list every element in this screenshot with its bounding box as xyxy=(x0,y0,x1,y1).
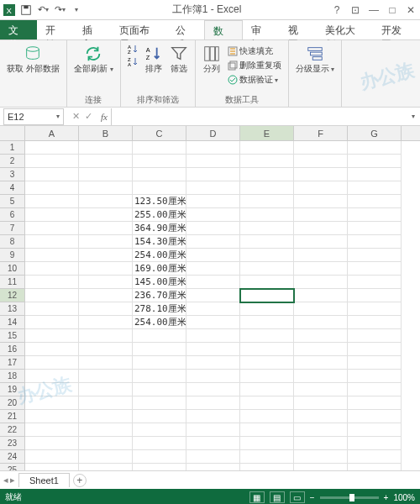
cell[interactable] xyxy=(79,249,133,262)
tab-insert[interactable]: 插入 xyxy=(74,20,111,39)
sheet-nav-prev-icon[interactable]: ◂ xyxy=(3,475,8,486)
cell[interactable] xyxy=(186,450,240,464)
cell[interactable] xyxy=(79,370,133,383)
cell[interactable] xyxy=(79,302,133,316)
grid-body[interactable]: 12345123.50厘米6255.00厘米7364.90厘米8154.30厘米… xyxy=(0,141,420,470)
cell[interactable] xyxy=(294,235,348,249)
cell[interactable] xyxy=(294,249,348,262)
sort-button[interactable]: AZ 排序 xyxy=(143,43,165,75)
cell[interactable] xyxy=(240,195,294,208)
cell[interactable] xyxy=(294,195,348,208)
row-header[interactable]: 12 xyxy=(0,289,25,302)
cell[interactable] xyxy=(348,249,402,262)
row-header[interactable]: 7 xyxy=(0,222,25,235)
cell[interactable] xyxy=(348,343,402,356)
cell[interactable] xyxy=(186,423,240,437)
tab-dev[interactable]: 开发工 xyxy=(373,20,420,39)
cell[interactable] xyxy=(294,222,348,235)
column-header[interactable]: B xyxy=(79,126,133,140)
formula-bar[interactable] xyxy=(111,108,407,125)
cell[interactable] xyxy=(186,262,240,276)
row-header[interactable]: 21 xyxy=(0,410,25,423)
tab-file[interactable]: 文件 xyxy=(0,20,37,39)
cell[interactable] xyxy=(25,329,79,343)
cell[interactable] xyxy=(240,464,294,470)
data-validation-button[interactable]: 数据验证 ▾ xyxy=(226,73,283,87)
column-header[interactable]: F xyxy=(294,126,348,140)
row-header[interactable]: 23 xyxy=(0,437,25,450)
outline-button[interactable]: 分级显示 ▾ xyxy=(294,43,337,76)
cell[interactable] xyxy=(79,383,133,396)
get-external-data-button[interactable]: 获取 外部数据 xyxy=(5,43,61,75)
cell[interactable] xyxy=(133,155,186,168)
cell[interactable] xyxy=(133,450,186,464)
row-header[interactable]: 2 xyxy=(0,155,25,168)
page-layout-view-button[interactable]: ▤ xyxy=(270,491,285,503)
cell[interactable] xyxy=(79,316,133,329)
ribbon-options-icon[interactable]: ⊡ xyxy=(349,4,361,16)
cell[interactable] xyxy=(25,181,79,195)
cell[interactable] xyxy=(348,208,402,222)
cell[interactable] xyxy=(133,437,186,450)
cell[interactable] xyxy=(25,316,79,329)
cell[interactable] xyxy=(186,343,240,356)
tab-beautify[interactable]: 美化大师 xyxy=(317,20,374,39)
cell[interactable] xyxy=(186,464,240,470)
cell[interactable] xyxy=(240,316,294,329)
cell[interactable] xyxy=(186,249,240,262)
zoom-out-button[interactable]: − xyxy=(310,493,315,502)
cell[interactable] xyxy=(25,464,79,470)
row-header[interactable]: 16 xyxy=(0,343,25,356)
cell[interactable]: 123.50厘米 xyxy=(133,195,186,208)
cell[interactable] xyxy=(79,181,133,195)
column-header[interactable]: C xyxy=(133,126,186,140)
cell[interactable] xyxy=(25,356,79,370)
undo-icon[interactable]: ↶▾ xyxy=(37,4,49,16)
cell[interactable] xyxy=(25,450,79,464)
column-header[interactable]: D xyxy=(186,126,240,140)
cell[interactable] xyxy=(25,370,79,383)
cell[interactable] xyxy=(25,141,79,155)
cell[interactable] xyxy=(25,208,79,222)
add-sheet-button[interactable]: + xyxy=(73,474,87,487)
cell[interactable]: 254.00厘米 xyxy=(133,316,186,329)
cell[interactable] xyxy=(240,235,294,249)
cell[interactable] xyxy=(348,464,402,470)
cell[interactable] xyxy=(348,181,402,195)
row-header[interactable]: 17 xyxy=(0,356,25,370)
redo-icon[interactable]: ↷▾ xyxy=(54,4,66,16)
row-header[interactable]: 11 xyxy=(0,276,25,289)
cell[interactable] xyxy=(348,329,402,343)
cell[interactable] xyxy=(240,370,294,383)
cell[interactable] xyxy=(294,289,348,302)
row-header[interactable]: 18 xyxy=(0,370,25,383)
cell[interactable] xyxy=(25,302,79,316)
cell[interactable] xyxy=(79,195,133,208)
cell[interactable] xyxy=(348,410,402,423)
column-header[interactable]: G xyxy=(348,126,402,140)
cell[interactable] xyxy=(348,235,402,249)
tab-view[interactable]: 视图 xyxy=(280,20,317,39)
remove-duplicates-button[interactable]: 删除重复项 xyxy=(226,59,283,72)
cell[interactable]: 169.00厘米 xyxy=(133,262,186,276)
cell[interactable] xyxy=(186,316,240,329)
cell[interactable] xyxy=(79,222,133,235)
cell[interactable] xyxy=(186,276,240,289)
cell[interactable] xyxy=(240,289,294,302)
cell[interactable] xyxy=(240,383,294,396)
cell[interactable] xyxy=(79,262,133,276)
cell[interactable] xyxy=(294,370,348,383)
row-header[interactable]: 15 xyxy=(0,329,25,343)
cell[interactable]: 236.70厘米 xyxy=(133,289,186,302)
cell[interactable] xyxy=(186,356,240,370)
cell[interactable] xyxy=(294,168,348,181)
fx-icon[interactable]: fx xyxy=(97,112,111,122)
cell[interactable] xyxy=(186,181,240,195)
cell[interactable] xyxy=(25,249,79,262)
cell[interactable] xyxy=(186,410,240,423)
cell[interactable] xyxy=(348,423,402,437)
cell[interactable] xyxy=(79,329,133,343)
cell[interactable] xyxy=(348,289,402,302)
cell[interactable] xyxy=(240,155,294,168)
cell[interactable] xyxy=(25,195,79,208)
